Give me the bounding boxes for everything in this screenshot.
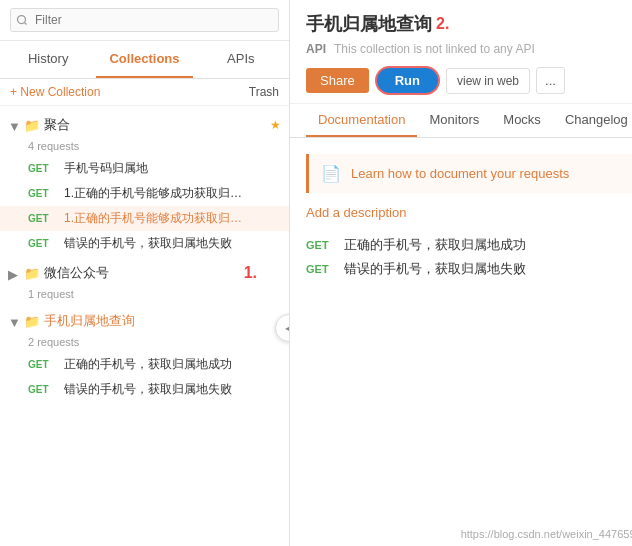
- collapse-arrow-juju: ▼: [8, 119, 20, 131]
- request-item-selected[interactable]: GET 1.正确的手机号能够成功获取归属地...: [0, 206, 289, 231]
- folder-icon-mobile: 📁: [24, 314, 40, 329]
- tab-mocks[interactable]: Mocks: [491, 104, 553, 137]
- learn-doc-box: 📄 Learn how to document your requests: [306, 154, 632, 193]
- tab-documentation[interactable]: Documentation: [306, 104, 417, 137]
- title-row: 手机归属地查询 2. ›: [306, 12, 632, 36]
- doc-icon: 📄: [321, 164, 341, 183]
- method-badge: GET: [28, 359, 56, 370]
- request-item[interactable]: GET 错误的手机号，获取归属地失败: [0, 231, 289, 256]
- request-name: 1.正确的手机号能够成功获取归属地...: [64, 210, 244, 227]
- collection-group-juju: ▼ 📁 聚合 ★ 4 requests GET 手机号码归属地 GET 1.正确…: [0, 110, 289, 256]
- doc-request-item[interactable]: GET 错误的手机号，获取归属地失败: [306, 260, 632, 278]
- api-not-linked-text: This collection is not linked to any API: [334, 42, 535, 56]
- more-button[interactable]: ...: [536, 67, 565, 94]
- tab-changelog[interactable]: Changelog: [553, 104, 632, 137]
- star-icon-juju: ★: [270, 118, 281, 132]
- request-item[interactable]: GET 手机号码归属地: [0, 156, 289, 181]
- method-badge: GET: [28, 384, 56, 395]
- request-name: 错误的手机号，获取归属地失败: [64, 381, 232, 398]
- api-label: API: [306, 42, 326, 56]
- collection-name-weixin: 微信公众号: [44, 264, 240, 282]
- right-header: 手机归属地查询 2. › API This collection is not …: [290, 0, 632, 104]
- collection-header-mobile[interactable]: ▼ 📁 手机归属地查询: [0, 306, 289, 336]
- method-badge: GET: [28, 188, 56, 199]
- request-name: 1.正确的手机号能够成功获取归属地...: [64, 185, 244, 202]
- request-count-mobile: 2 requests: [0, 336, 289, 352]
- collapse-arrow-weixin: ▶: [8, 267, 20, 279]
- method-badge: GET: [28, 213, 56, 224]
- method-badge: GET: [28, 238, 56, 249]
- collection-group-weixin: ▶ 📁 微信公众号 1. 1 request: [0, 258, 289, 304]
- action-buttons: Share Run view in web ...: [306, 66, 632, 95]
- request-item[interactable]: GET 1.正确的手机号能够成功获取归属地...: [0, 181, 289, 206]
- request-count-juju: 4 requests: [0, 140, 289, 156]
- annotation-1: 1.: [244, 264, 281, 282]
- left-panel: History Collections APIs + New Collectio…: [0, 0, 290, 546]
- collection-title: 手机归属地查询: [306, 12, 432, 36]
- request-item[interactable]: GET 正确的手机号，获取归属地成功: [0, 352, 289, 377]
- collection-header-weixin[interactable]: ▶ 📁 微信公众号 1.: [0, 258, 289, 288]
- doc-method-badge: GET: [306, 239, 334, 251]
- view-web-button[interactable]: view in web: [446, 68, 530, 94]
- doc-request-name: 错误的手机号，获取归属地失败: [344, 260, 526, 278]
- right-content: 📄 Learn how to document your requests Ad…: [290, 138, 632, 546]
- request-item[interactable]: GET 错误的手机号，获取归属地失败: [0, 377, 289, 402]
- api-info-row: API This collection is not linked to any…: [306, 42, 632, 56]
- run-button[interactable]: Run: [375, 66, 440, 95]
- add-description-button[interactable]: Add a description: [306, 205, 632, 220]
- doc-method-badge: GET: [306, 263, 334, 275]
- request-name: 手机号码归属地: [64, 160, 148, 177]
- collections-list: ▼ 📁 聚合 ★ 4 requests GET 手机号码归属地 GET 1.正确…: [0, 106, 289, 546]
- collection-name-juju: 聚合: [44, 116, 262, 134]
- doc-request-item[interactable]: GET 正确的手机号，获取归属地成功: [306, 236, 632, 254]
- search-icon: [16, 14, 28, 26]
- tab-history[interactable]: History: [0, 41, 96, 78]
- annotation-2: 2.: [436, 15, 449, 33]
- doc-request-name: 正确的手机号，获取归属地成功: [344, 236, 526, 254]
- collection-group-mobile: ▼ 📁 手机归属地查询 2 requests ◀ GET 正确的手机号，获取归属…: [0, 306, 289, 402]
- tab-apis[interactable]: APIs: [193, 41, 289, 78]
- share-button[interactable]: Share: [306, 68, 369, 93]
- folder-icon-juju: 📁: [24, 118, 40, 133]
- panel-collapse-button[interactable]: ◀: [275, 314, 289, 342]
- svg-point-0: [18, 16, 26, 24]
- request-count-weixin: 1 request: [0, 288, 289, 304]
- new-collection-button[interactable]: + New Collection: [10, 85, 100, 99]
- main-tabs: History Collections APIs: [0, 41, 289, 79]
- collection-name-mobile: 手机归属地查询: [44, 312, 281, 330]
- tab-monitors[interactable]: Monitors: [417, 104, 491, 137]
- request-name: 错误的手机号，获取归属地失败: [64, 235, 232, 252]
- learn-doc-link[interactable]: Learn how to document your requests: [351, 166, 569, 181]
- right-panel: 手机归属地查询 2. › API This collection is not …: [290, 0, 632, 546]
- filter-input[interactable]: [10, 8, 279, 32]
- collection-header-juju[interactable]: ▼ 📁 聚合 ★: [0, 110, 289, 140]
- filter-bar: [0, 0, 289, 41]
- method-badge: GET: [28, 163, 56, 174]
- request-name: 正确的手机号，获取归属地成功: [64, 356, 232, 373]
- watermark-text: https://blog.csdn.net/weixin_44765959: [461, 528, 632, 540]
- tab-collections[interactable]: Collections: [96, 41, 192, 78]
- right-tabs: Documentation Monitors Mocks Changelog: [290, 104, 632, 138]
- svg-line-1: [24, 22, 26, 24]
- folder-icon-weixin: 📁: [24, 266, 40, 281]
- collapse-arrow-mobile: ▼: [8, 315, 20, 327]
- doc-request-list: GET 正确的手机号，获取归属地成功 GET 错误的手机号，获取归属地失败: [306, 236, 632, 278]
- trash-button[interactable]: Trash: [249, 85, 279, 99]
- collections-toolbar: + New Collection Trash: [0, 79, 289, 106]
